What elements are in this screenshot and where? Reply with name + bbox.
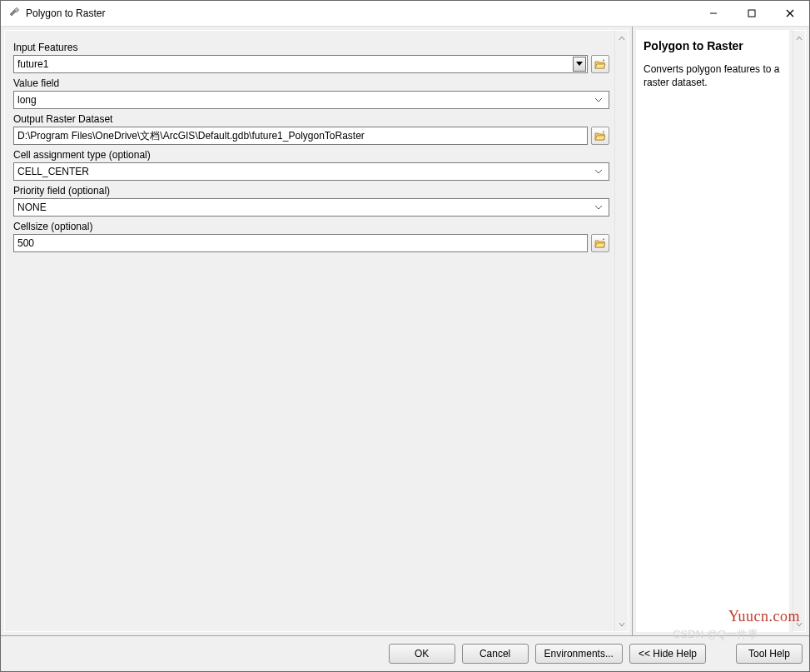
watermark-site: Yuucn.com [728, 608, 800, 625]
help-scrollbar[interactable] [793, 30, 806, 632]
environments-button[interactable]: Environments... [535, 644, 623, 664]
help-pane: Polygon to Raster Converts polygon featu… [636, 30, 789, 632]
client-area: Input Features future1 [1, 26, 809, 635]
parameters-pane: Input Features future1 [1, 27, 633, 635]
browse-button[interactable] [591, 127, 609, 145]
maximize-button[interactable] [733, 1, 771, 26]
cell-assignment-label: Cell assignment type (optional) [13, 148, 609, 162]
output-raster-label: Output Raster Dataset [13, 112, 609, 127]
priority-field-value: NONE [17, 202, 592, 213]
value-field-value: long [17, 94, 592, 106]
browse-button[interactable] [591, 234, 609, 252]
priority-field-select[interactable]: NONE [13, 198, 609, 217]
folder-open-icon [594, 131, 606, 141]
watermark-csdn: CSDN @Q一件事 [673, 627, 758, 642]
form-area: Input Features future1 [4, 30, 614, 632]
hammer-icon [7, 7, 21, 20]
titlebar: Polygon to Raster [1, 1, 809, 26]
ok-button[interactable]: OK [389, 644, 455, 664]
chevron-down-icon [592, 205, 605, 210]
browse-button[interactable] [591, 55, 609, 73]
priority-field-label: Priority field (optional) [13, 184, 609, 198]
form-scrollbar[interactable] [614, 30, 629, 632]
cellsize-label: Cellsize (optional) [13, 220, 609, 234]
scroll-up-icon[interactable] [793, 31, 805, 45]
tool-help-button[interactable]: Tool Help [736, 644, 803, 664]
input-features-value: future1 [17, 58, 571, 70]
svg-marker-5 [576, 62, 583, 66]
scroll-up-icon[interactable] [615, 31, 628, 45]
folder-open-icon [594, 59, 606, 69]
svg-rect-2 [748, 10, 755, 17]
cell-assignment-value: CELL_CENTER [17, 166, 592, 177]
cellsize-input[interactable] [13, 234, 588, 252]
folder-open-icon [594, 238, 606, 248]
input-features-label: Input Features [13, 41, 609, 55]
dropdown-button[interactable] [573, 57, 586, 72]
chevron-down-icon [592, 169, 605, 174]
cell-assignment-select[interactable]: CELL_CENTER [13, 162, 609, 181]
input-features-combo[interactable]: future1 [13, 55, 588, 73]
minimize-button[interactable] [694, 1, 733, 26]
cancel-button[interactable]: Cancel [462, 644, 529, 664]
value-field-label: Value field [13, 77, 609, 91]
chevron-down-icon [592, 97, 605, 102]
app-window: Polygon to Raster Input Features future1 [0, 0, 810, 672]
scroll-down-icon[interactable] [615, 617, 628, 631]
hide-help-button[interactable]: << Hide Help [629, 644, 706, 664]
value-field-select[interactable]: long [13, 91, 609, 109]
output-raster-input[interactable] [13, 127, 588, 145]
help-text: Converts polygon features to a raster da… [644, 62, 782, 89]
window-title: Polygon to Raster [26, 7, 694, 19]
help-title: Polygon to Raster [644, 39, 782, 52]
close-button[interactable] [771, 1, 809, 26]
